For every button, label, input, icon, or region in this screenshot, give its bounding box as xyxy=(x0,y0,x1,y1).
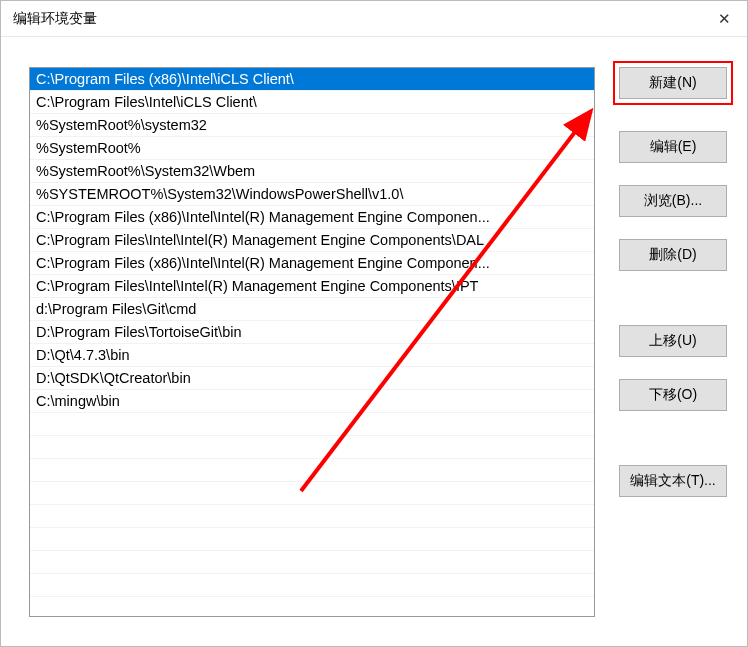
list-item xyxy=(30,459,594,482)
list-item xyxy=(30,482,594,505)
list-item[interactable]: C:\mingw\bin xyxy=(30,390,594,413)
list-item[interactable]: %SYSTEMROOT%\System32\WindowsPowerShell\… xyxy=(30,183,594,206)
list-item[interactable]: %SystemRoot% xyxy=(30,137,594,160)
list-item xyxy=(30,505,594,528)
list-item[interactable]: D:\Program Files\TortoiseGit\bin xyxy=(30,321,594,344)
move-down-button[interactable]: 下移(O) xyxy=(619,379,727,411)
list-item[interactable]: d:\Program Files\Git\cmd xyxy=(30,298,594,321)
list-item[interactable]: %SystemRoot%\System32\Wbem xyxy=(30,160,594,183)
list-item[interactable]: %SystemRoot%\system32 xyxy=(30,114,594,137)
list-item[interactable]: C:\Program Files\Intel\Intel(R) Manageme… xyxy=(30,275,594,298)
list-item[interactable]: C:\Program Files\Intel\iCLS Client\ xyxy=(30,91,594,114)
list-item[interactable]: D:\Qt\4.7.3\bin xyxy=(30,344,594,367)
list-item xyxy=(30,528,594,551)
close-button[interactable]: ✕ xyxy=(701,1,747,37)
delete-button[interactable]: 删除(D) xyxy=(619,239,727,271)
move-up-button[interactable]: 上移(U) xyxy=(619,325,727,357)
list-item xyxy=(30,551,594,574)
browse-button[interactable]: 浏览(B)... xyxy=(619,185,727,217)
edit-text-button[interactable]: 编辑文本(T)... xyxy=(619,465,727,497)
list-item xyxy=(30,413,594,436)
list-item[interactable]: C:\Program Files (x86)\Intel\iCLS Client… xyxy=(30,68,594,91)
path-listbox[interactable]: C:\Program Files (x86)\Intel\iCLS Client… xyxy=(29,67,595,617)
list-item[interactable]: C:\Program Files\Intel\Intel(R) Manageme… xyxy=(30,229,594,252)
list-item[interactable]: C:\Program Files (x86)\Intel\Intel(R) Ma… xyxy=(30,252,594,275)
list-item[interactable]: D:\QtSDK\QtCreator\bin xyxy=(30,367,594,390)
annotation-highlight: 新建(N) xyxy=(613,61,733,105)
list-item xyxy=(30,597,594,617)
content-area: C:\Program Files (x86)\Intel\iCLS Client… xyxy=(1,37,747,646)
dialog-title: 编辑环境变量 xyxy=(13,10,97,28)
dialog-window: 编辑环境变量 ✕ C:\Program Files (x86)\Intel\iC… xyxy=(0,0,748,647)
edit-button[interactable]: 编辑(E) xyxy=(619,131,727,163)
list-item[interactable]: C:\Program Files (x86)\Intel\Intel(R) Ma… xyxy=(30,206,594,229)
list-item xyxy=(30,436,594,459)
titlebar: 编辑环境变量 ✕ xyxy=(1,1,747,37)
new-button[interactable]: 新建(N) xyxy=(619,67,727,99)
list-item xyxy=(30,574,594,597)
button-column: 新建(N) 编辑(E) 浏览(B)... 删除(D) 上移(U) 下移(O) 编… xyxy=(619,67,727,626)
close-icon: ✕ xyxy=(718,10,731,28)
